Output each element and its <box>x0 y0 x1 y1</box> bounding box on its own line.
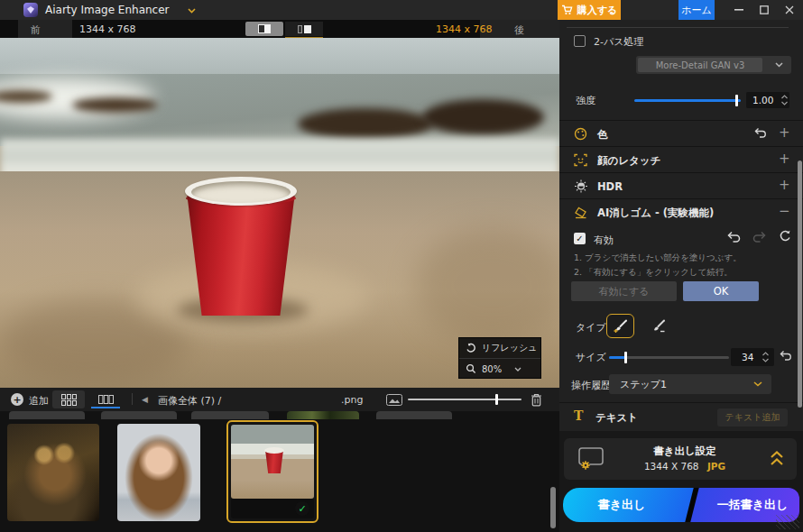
image-icon <box>386 394 402 406</box>
eraser-enable-checkbox[interactable]: ✓ <box>574 233 586 244</box>
undo-icon[interactable] <box>754 127 767 139</box>
thumbnail-size-slider-handle[interactable] <box>495 394 498 405</box>
strength-label: 強度 <box>576 94 595 107</box>
export-format: JPG <box>707 461 725 472</box>
export-settings-icon <box>577 446 605 472</box>
thumbnail-dog[interactable] <box>7 424 99 521</box>
redo-icon[interactable] <box>752 231 766 243</box>
red-cup <box>185 177 297 317</box>
view-split-button[interactable] <box>245 22 283 36</box>
spinner-icon[interactable] <box>781 95 788 105</box>
selected-check-icon: ✓ <box>295 501 309 516</box>
thumbnail-size-slider[interactable] <box>408 399 521 400</box>
list-view-button[interactable] <box>89 390 122 408</box>
thumbnail-partial[interactable] <box>9 411 85 419</box>
grid-view-button[interactable] <box>52 390 85 408</box>
before-chip <box>18 20 72 38</box>
model-value: More-Detail GAN v3 <box>656 60 745 70</box>
eraser-instruction-2: 2. 「有効にする」をクリックして続行。 <box>574 267 733 279</box>
palette-icon <box>574 127 587 141</box>
thumbnail-partial[interactable] <box>101 411 177 419</box>
ok-button[interactable]: OK <box>683 281 759 301</box>
cart-icon <box>561 5 573 15</box>
trash-icon[interactable] <box>531 393 542 407</box>
split-view-icon <box>258 24 271 33</box>
double-chevron-up-icon[interactable] <box>770 450 784 468</box>
panel-scrollbar[interactable] <box>798 161 802 408</box>
eraser-enable-label: 有効 <box>594 234 614 247</box>
export-settings-box[interactable]: 書き出し設定 1344 X 768 JPG <box>564 438 797 480</box>
refresh-label: リフレッシュ <box>482 342 537 354</box>
thumbnail-selected-beach-cup[interactable]: ✓ <box>226 420 318 523</box>
grid-view-icon <box>61 394 77 406</box>
rock <box>72 97 158 113</box>
undo-icon[interactable] <box>780 350 792 362</box>
home-button[interactable]: ホーム <box>678 0 715 20</box>
refresh-icon <box>466 343 476 353</box>
strength-value-field[interactable]: 1.00 <box>746 92 789 108</box>
rock <box>422 99 544 135</box>
title-bar: Aiarty Image Enhancer 購入する ホーム <box>0 0 803 20</box>
thumbnail-partial[interactable] <box>191 411 269 419</box>
size-value-field[interactable]: 34 <box>731 348 774 366</box>
close-button[interactable] <box>778 0 801 20</box>
view-side-by-side-button[interactable] <box>285 22 323 36</box>
type-label: タイプ <box>576 321 606 335</box>
eraser-instruction-1: 1. ブラシで消去したい部分を塗りつぶす。 <box>574 252 742 264</box>
after-size: 1344 x 768 <box>436 23 493 35</box>
expand-icon[interactable]: + <box>779 152 790 166</box>
app-window: Aiarty Image Enhancer 購入する ホーム 前 1344 x … <box>0 0 803 532</box>
strength-slider[interactable] <box>634 99 741 102</box>
buy-button-label: 購入する <box>577 4 618 17</box>
undo-icon[interactable] <box>727 231 741 243</box>
history-dropdown[interactable]: ステップ1 <box>609 374 771 394</box>
thumbnail-partial[interactable] <box>376 411 452 419</box>
history-label: 操作履歴 <box>571 379 611 392</box>
size-slider-handle[interactable] <box>624 352 627 363</box>
zoom-control[interactable]: 80% <box>459 359 540 379</box>
active-list-underline <box>91 407 120 408</box>
export-buttons-group: 書き出し 一括書き出し <box>563 488 799 522</box>
section-face-retouch[interactable]: 顔のレタッチ + <box>559 147 803 172</box>
rock <box>298 108 433 140</box>
breadcrumb: 画像全体 (7) / <box>158 394 221 408</box>
buy-button[interactable]: 購入する <box>558 0 621 20</box>
brush-remove-button[interactable] <box>644 314 672 338</box>
chevron-down-icon[interactable] <box>188 8 196 14</box>
add-image-button[interactable]: 追加 <box>29 394 49 408</box>
export-button[interactable]: 書き出し <box>563 488 694 522</box>
maximize-button[interactable] <box>752 0 776 20</box>
thumbnail-partial[interactable] <box>287 411 359 419</box>
two-pass-checkbox[interactable] <box>574 35 586 47</box>
chevron-down-icon <box>753 381 762 387</box>
zoom-value: 80% <box>482 364 502 374</box>
model-dropdown[interactable]: More-Detail GAN v3 <box>636 56 791 74</box>
apply-button[interactable]: 有効にする <box>571 281 677 301</box>
spinner-icon[interactable] <box>762 352 769 362</box>
side-by-side-icon <box>298 25 302 33</box>
file-extension: .png <box>341 394 363 406</box>
back-arrow-icon[interactable]: ◀ <box>142 395 148 404</box>
brush-add-button[interactable] <box>606 314 634 338</box>
section-hdr[interactable]: HDR + <box>559 173 803 198</box>
app-logo-icon <box>23 3 38 17</box>
brush-minus-icon <box>651 319 666 334</box>
expand-icon[interactable]: + <box>779 126 790 140</box>
add-text-button[interactable]: テキスト追加 <box>717 408 788 427</box>
reset-icon[interactable] <box>779 230 791 243</box>
strength-slider-handle[interactable] <box>735 95 738 106</box>
collapse-icon[interactable]: − <box>779 205 790 218</box>
section-ai-eraser[interactable]: AI消しゴム - (実験機能) − <box>559 199 803 225</box>
section-color[interactable]: 色 + <box>559 121 803 146</box>
expand-icon[interactable]: + <box>779 179 790 192</box>
minimize-button[interactable] <box>727 0 751 20</box>
image-preview[interactable]: リフレッシュ 80% <box>0 38 559 388</box>
list-view-icon <box>98 395 114 404</box>
filmstrip-scrollbar[interactable] <box>550 487 556 528</box>
two-pass-label: 2-パス処理 <box>594 35 643 49</box>
refresh-button[interactable]: リフレッシュ <box>459 338 540 358</box>
settings-panel: 2-パス処理 More-Detail GAN v3 強度 1.00 色 <box>559 20 803 532</box>
thumbnail-girl[interactable] <box>117 424 200 521</box>
export-size: 1344 X 768 <box>644 461 699 472</box>
eraser-icon <box>574 206 588 219</box>
